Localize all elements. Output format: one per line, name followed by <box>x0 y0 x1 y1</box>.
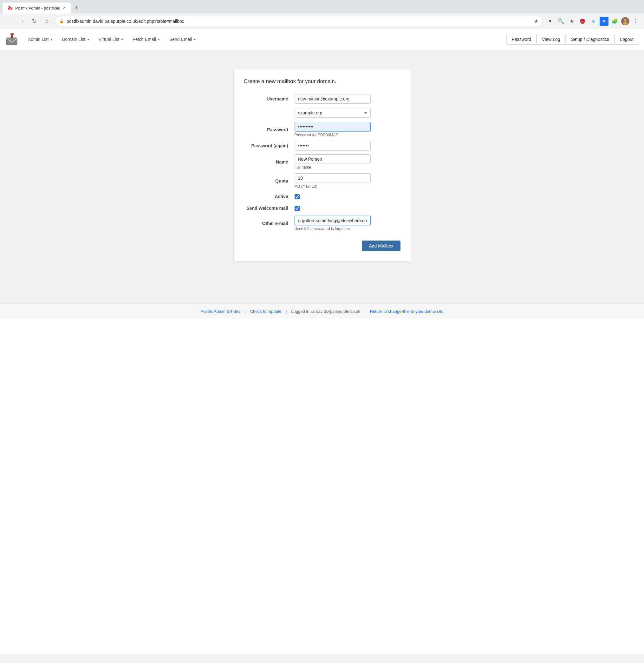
quota-hint: MB (max: 10) <box>294 184 400 188</box>
tab-favicon-icon <box>7 5 13 10</box>
footer-sep-2: | <box>286 309 287 314</box>
logo-icon <box>5 33 18 46</box>
name-row: Name Full name <box>244 153 400 172</box>
domain-select[interactable]: example.org <box>294 108 371 118</box>
svg-rect-9 <box>11 33 11 38</box>
password-input[interactable] <box>294 122 371 132</box>
browser-tab-bar: Postfix Admin - postfixad × + <box>2 2 642 13</box>
address-bar[interactable]: 🔒 postfixadmin.david.palepurple.co.uk/ed… <box>54 16 543 26</box>
postfix-admin-link[interactable]: Postfix Admin 3.4-dev <box>200 309 240 314</box>
password-input-cell: Password for POP3/IMAP <box>294 120 400 139</box>
other-email-input-cell: Used if the password is forgotten <box>294 214 400 233</box>
bookmark-star-icon[interactable]: ★ <box>567 17 576 26</box>
domain-row: example.org <box>244 106 400 120</box>
username-input[interactable] <box>294 94 371 104</box>
fetch-email-label: Fetch Email <box>133 37 156 42</box>
btn-row: Add Mailbox <box>244 241 400 251</box>
username-input-cell <box>294 92 400 106</box>
virtual-list-label: Virtual List <box>98 37 119 42</box>
page-footer: Postfix Admin 3.4-dev | Check for update… <box>0 304 644 319</box>
password-row: Password Password for POP3/IMAP <box>244 120 400 139</box>
main-content: Create a new mailbox for your domain. Us… <box>0 50 644 304</box>
password-again-label: Password (again) <box>244 139 294 153</box>
lock-icon: 🔒 <box>59 19 64 23</box>
svg-text:U: U <box>581 20 584 23</box>
admin-list-label: Admin List <box>28 37 48 42</box>
sparkle-icon[interactable] <box>589 17 598 26</box>
welcome-mail-row: Send Welcome mail <box>244 202 400 214</box>
domain-label-empty <box>244 106 294 120</box>
tab-title: Postfix Admin - postfixad <box>15 6 60 10</box>
download-icon[interactable]: ▼ <box>546 17 555 26</box>
form-card-title: Create a new mailbox for your domain. <box>244 78 400 85</box>
welcome-mail-checkbox[interactable] <box>294 206 299 211</box>
browser-tab[interactable]: Postfix Admin - postfixad × <box>2 2 71 13</box>
view-log-button[interactable]: View Log <box>536 34 565 45</box>
quota-input-cell: MB (max: 10) <box>294 172 400 190</box>
username-row: Username <box>244 92 400 106</box>
quota-label: Quota <box>244 172 294 190</box>
quota-input[interactable] <box>294 173 371 183</box>
new-tab-button[interactable]: + <box>71 3 82 13</box>
forward-button[interactable]: → <box>17 16 27 26</box>
password-hint: Password for POP3/IMAP <box>294 133 400 137</box>
username-label: Username <box>244 92 294 106</box>
password-label: Password <box>244 120 294 139</box>
active-row: Active <box>244 190 400 202</box>
domain-select-cell: example.org <box>294 106 400 120</box>
shield-icon[interactable]: U <box>578 17 587 26</box>
nav-right-buttons: Password View Log Setup / Diagnostics Lo… <box>506 34 639 45</box>
nav-item-fetch-email[interactable]: Fetch Email ▼ <box>128 32 165 47</box>
virtual-list-arrow-icon: ▼ <box>120 38 124 41</box>
toolbar-icons: ▼ 🔍 ★ U M 🧩 ⋮ <box>546 17 640 26</box>
welcome-mail-label: Send Welcome mail <box>244 202 294 214</box>
check-update-link[interactable]: Check for update <box>250 309 282 314</box>
nav-item-admin-list[interactable]: Admin List ▼ <box>23 32 58 47</box>
blue-square-icon[interactable]: M <box>600 17 608 26</box>
home-button[interactable]: ⌂ <box>42 16 52 26</box>
other-email-input[interactable] <box>294 216 371 225</box>
footer-sep-3: | <box>365 309 365 314</box>
add-mailbox-button[interactable]: Add Mailbox <box>362 241 400 251</box>
active-checkbox[interactable] <box>294 194 299 199</box>
active-label: Active <box>244 190 294 202</box>
other-email-label: Other e-mail <box>244 214 294 233</box>
back-button[interactable]: ← <box>4 16 14 26</box>
star-icon[interactable]: ★ <box>534 18 538 24</box>
tab-close-icon[interactable]: × <box>63 5 66 11</box>
puzzle-icon[interactable]: 🧩 <box>610 17 619 26</box>
name-label: Name <box>244 153 294 172</box>
nav-item-virtual-list[interactable]: Virtual List ▼ <box>94 32 128 47</box>
page-wrapper: Admin List ▼ Domain List ▼ Virtual List … <box>0 29 644 654</box>
setup-diagnostics-button[interactable]: Setup / Diagnostics <box>566 34 615 45</box>
nav-menu-items: Admin List ▼ Domain List ▼ Virtual List … <box>23 32 506 47</box>
logout-button[interactable]: Logout <box>615 34 639 45</box>
browser-toolbar: ← → ↻ ⌂ 🔒 postfixadmin.david.palepurple.… <box>0 13 644 29</box>
password-button[interactable]: Password <box>506 34 536 45</box>
user-avatar[interactable] <box>621 17 629 25</box>
logged-in-text: Logged in as david@palepurple.co.uk <box>291 309 360 314</box>
password-again-row: Password (again) <box>244 139 400 153</box>
reload-button[interactable]: ↻ <box>29 16 39 26</box>
password-again-input[interactable] <box>294 141 371 151</box>
name-input[interactable] <box>294 154 371 164</box>
more-menu-icon[interactable]: ⋮ <box>631 17 640 26</box>
footer-sep-1: | <box>245 309 246 314</box>
search-icon[interactable]: 🔍 <box>556 17 565 26</box>
browser-chrome: Postfix Admin - postfixad × + <box>0 0 644 13</box>
active-input-cell <box>294 190 400 202</box>
name-input-cell: Full name <box>294 153 400 172</box>
return-link[interactable]: Return to change-this-to-your.domain.tld <box>370 309 444 314</box>
svg-rect-0 <box>8 7 13 9</box>
nav-item-send-email[interactable]: Send Email ▼ <box>165 32 201 47</box>
nav-item-domain-list[interactable]: Domain List ▼ <box>58 32 94 47</box>
password-again-input-cell <box>294 139 400 153</box>
svg-point-4 <box>624 19 626 22</box>
admin-list-arrow-icon: ▼ <box>50 38 53 41</box>
fetch-email-arrow-icon: ▼ <box>157 38 160 41</box>
svg-rect-6 <box>6 38 17 45</box>
form-table: Username example.org Passwor <box>244 92 400 233</box>
other-email-hint: Used if the password is forgotten <box>294 227 400 231</box>
svg-rect-10 <box>11 33 14 35</box>
nav-bar: Admin List ▼ Domain List ▼ Virtual List … <box>0 29 644 50</box>
